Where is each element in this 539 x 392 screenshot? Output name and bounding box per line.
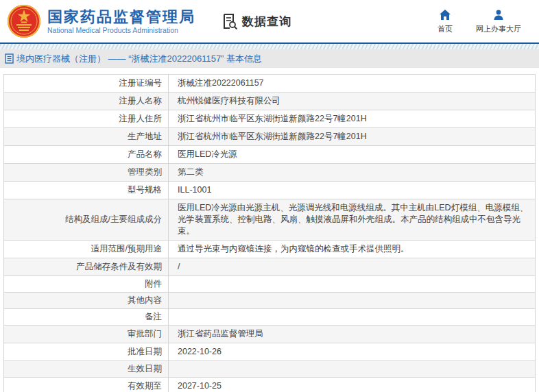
- online-service-hall-label: 网上办事大厅: [476, 24, 521, 34]
- data-query-label: 数据查询: [242, 14, 291, 29]
- breadcrumb: 境内医疗器械（注册） —— “浙械注准20222061157” 基本信息: [0, 49, 539, 68]
- data-query-nav[interactable]: 数据查询: [221, 13, 291, 29]
- row-value: 浙江省药品监督管理局: [169, 326, 535, 343]
- header-nav: 首页 网上办事大厅: [438, 9, 539, 34]
- site-logo[interactable]: 国家药品监督管理局 National Medical Products Admi…: [7, 4, 195, 38]
- row-label: 批准日期: [4, 343, 169, 360]
- online-service-hall-link[interactable]: 网上办事大厅: [476, 9, 521, 34]
- row-label: 注册人名称: [4, 93, 169, 110]
- registration-info-table: 注册证编号浙械注准20222061157 注册人名称杭州锐健医疗科技有限公司 注…: [3, 74, 536, 392]
- table-row: 产品储存条件及有效期/: [4, 258, 535, 276]
- row-value: 医用LED冷光源: [169, 146, 535, 163]
- row-value: [169, 312, 535, 322]
- row-value: [169, 279, 535, 289]
- row-label: 备注: [4, 309, 169, 325]
- row-value: [169, 295, 535, 306]
- row-value: 浙江省杭州市临平区东湖街道新颜路22号7幢201H: [169, 110, 535, 127]
- table-row: 批准日期2022-10-26: [4, 343, 535, 361]
- row-label: 有效期至: [4, 378, 169, 392]
- row-value: 2027-10-25: [169, 378, 535, 392]
- row-label: 型号规格: [4, 182, 169, 199]
- table-row: 注册人名称杭州锐健医疗科技有限公司: [4, 93, 535, 110]
- site-title-cn: 国家药品监督管理局: [47, 8, 195, 26]
- row-value: /: [169, 258, 535, 275]
- breadcrumb-text: 境内医疗器械（注册） —— “浙械注准20222061157” 基本信息: [16, 53, 262, 65]
- row-label: 附件: [4, 276, 169, 292]
- table-row: 结构及组成/主要组成成分医用LED冷光源由光源主机、光源调光线和电源线组成。其中…: [4, 199, 535, 241]
- row-label: 结构及组成/主要组成成分: [4, 199, 169, 240]
- row-label: 生产地址: [4, 128, 169, 145]
- row-value: 通过导光束与内窥镜连接，为内窥镜的检查或手术提供照明。: [169, 241, 535, 258]
- row-label: 注册人住所: [4, 110, 169, 127]
- user-icon: [492, 9, 505, 21]
- table-row: 附件: [4, 276, 535, 293]
- row-label: 适用范围/预期用途: [4, 241, 169, 258]
- table-row: 审批部门浙江省药品监督管理局: [4, 326, 535, 343]
- table-row: 生产地址浙江省杭州市临平区东湖街道新颜路22号7幢201H: [4, 128, 535, 146]
- row-value: 2022-10-26: [169, 343, 535, 360]
- row-value: 杭州锐健医疗科技有限公司: [169, 93, 535, 110]
- home-icon: [439, 9, 451, 21]
- row-label: 管理类别: [4, 164, 169, 181]
- site-title-en: National Medical Products Administration: [47, 26, 195, 35]
- table-row: 管理类别第二类: [4, 164, 535, 182]
- row-label: 审批部门: [4, 326, 169, 343]
- header-divider-stripe: [0, 42, 539, 49]
- table-row: 型号规格ILL-1001: [4, 182, 535, 199]
- site-title: 国家药品监督管理局 National Medical Products Admi…: [47, 8, 195, 35]
- row-label: 产品储存条件及有效期: [4, 258, 169, 275]
- table-row: 产品名称医用LED冷光源: [4, 146, 535, 164]
- table-row: 注册人住所浙江省杭州市临平区东湖街道新颜路22号7幢201H: [4, 110, 535, 128]
- table-row: 备注: [4, 309, 535, 326]
- table-row: 注册证编号浙械注准20222061157: [4, 75, 535, 93]
- row-value: 浙械注准20222061157: [169, 75, 535, 92]
- table-row: 有效期至2027-10-25: [4, 378, 535, 392]
- row-label: 产品名称: [4, 146, 169, 163]
- document-search-icon: [221, 13, 238, 29]
- row-value: ILL-1001: [169, 182, 535, 199]
- header: 国家药品监督管理局 National Medical Products Admi…: [0, 0, 539, 42]
- row-label: 其他内容: [4, 293, 169, 308]
- row-value: 医用LED冷光源由光源主机、光源调光线和电源线组成。其中主机由LED灯模组、电源…: [169, 199, 535, 240]
- row-value: 浙江省杭州市临平区东湖街道新颜路22号7幢201H: [169, 128, 535, 145]
- document-icon: [5, 53, 14, 64]
- table-row: 适用范围/预期用途通过导光束与内窥镜连接，为内窥镜的检查或手术提供照明。: [4, 241, 535, 258]
- table-row: 生效日期: [4, 361, 535, 378]
- row-value: 第二类: [169, 164, 535, 181]
- national-emblem-icon: [7, 4, 41, 38]
- row-label: 生效日期: [4, 361, 169, 377]
- home-link-label: 首页: [438, 24, 453, 34]
- table-row: 其他内容: [4, 293, 535, 309]
- row-value: [169, 364, 535, 374]
- home-link[interactable]: 首页: [438, 9, 453, 34]
- row-label: 注册证编号: [4, 75, 169, 92]
